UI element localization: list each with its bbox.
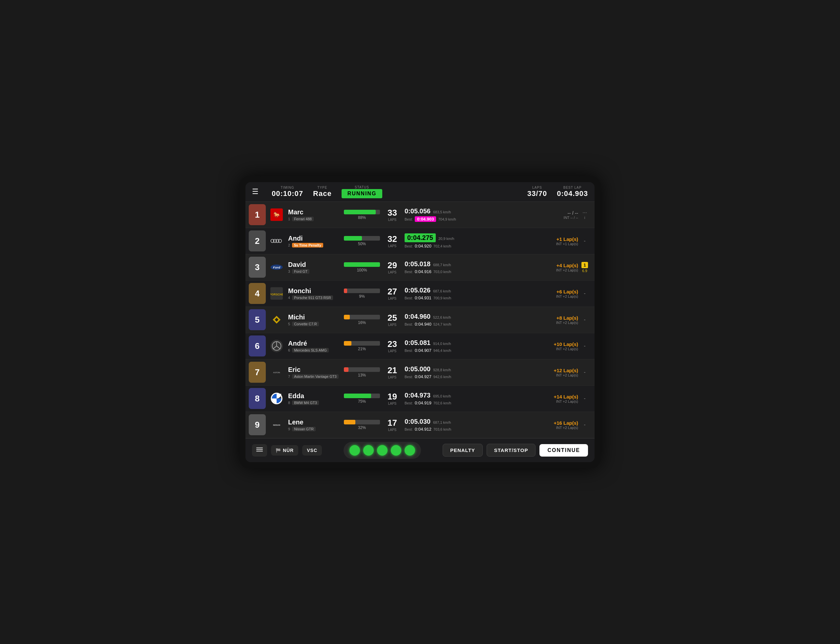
driver-info: Andi 2 5s Time Penalty xyxy=(288,235,341,248)
table-row[interactable]: 8 Edda 8 BMW M4 GT3 75% 19 LAPS 0:04.973… xyxy=(245,386,595,412)
car-logo: PORSCHE xyxy=(269,286,284,301)
table-row[interactable]: 4 PORSCHE Monchi 4 Porsche 911 GT3 RSR 9… xyxy=(245,281,595,307)
fuel-block: 16% xyxy=(344,315,380,325)
table-row[interactable]: 9 NISSAN Lene 9 Nissan GTR 32% 17 LAPS 0… xyxy=(245,412,595,438)
car-logo xyxy=(269,312,284,327)
laps-label: LAPS xyxy=(532,186,542,189)
penalty-button[interactable]: PENALTY xyxy=(443,444,483,457)
best-speed: 524,7 km/h xyxy=(433,322,451,326)
gap-block: +16 Lap(s) INT +2 Lap(s) xyxy=(535,420,578,430)
laps-block: 27 LAPS xyxy=(383,287,401,300)
gap-block: +6 Lap(s) INT +2 Lap(s) xyxy=(535,289,578,298)
fuel-block: 88% xyxy=(344,210,380,220)
gap-block: +12 Lap(s) INT +2 Lap(s) xyxy=(535,368,578,377)
car-logo: NISSAN xyxy=(269,417,284,432)
best-speed: 946,4 km/h xyxy=(433,348,451,353)
time-main: 0:05.000 928,8 km/h xyxy=(405,365,532,373)
time-best-row: Best: 0:04.907 946,4 km/h xyxy=(405,348,532,353)
best-lap-label: BEST LAP xyxy=(563,186,582,189)
time-block: 0:05.056 683,5 km/h Best: 0:04.903 704,9… xyxy=(401,207,535,222)
status-dot-3 xyxy=(377,445,387,456)
car-logo: 🐎 xyxy=(269,207,284,222)
fuel-bar-bg xyxy=(344,394,380,398)
car-logo: Ford xyxy=(269,260,284,275)
fuel-block: 50% xyxy=(344,236,380,246)
fuel-block: 9% xyxy=(344,289,380,299)
laps-label: LAPS xyxy=(383,297,401,300)
gap-value: +10 Lap(s) xyxy=(535,342,578,347)
fuel-percentage: 21% xyxy=(344,347,380,351)
svg-rect-25 xyxy=(256,451,263,452)
laps-block: 21 LAPS xyxy=(383,365,401,379)
time-speed: 695,0 km/h xyxy=(433,394,451,398)
extra-block: - xyxy=(578,396,591,401)
layers-button[interactable] xyxy=(252,444,267,457)
svg-text:NISSAN: NISSAN xyxy=(273,424,280,426)
fuel-bar-bg xyxy=(344,315,380,319)
status-dots xyxy=(343,442,421,459)
table-row[interactable]: 3 Ford David 3 Ford GT 100% 29 LAPS 0:05… xyxy=(245,255,595,281)
laps-block: 29 LAPS xyxy=(383,260,401,274)
table-row[interactable]: 6 André 6 Mercedes SLS AMG 21% 23 LAPS 0… xyxy=(245,333,595,360)
best-lap-value: 0:04.903 xyxy=(557,189,588,198)
fuel-bar xyxy=(344,289,347,293)
gap-value: +4 Lap(s) xyxy=(535,263,578,268)
gap-int: INT +1 Lap(s) xyxy=(535,242,578,246)
time-block: 0:05.018 688,7 km/h Best: 0:04.916 703,0… xyxy=(401,260,535,274)
time-main: 0:05.081 914,0 km/h xyxy=(405,339,532,347)
gap-block: +1 Lap(s) INT +1 Lap(s) xyxy=(535,237,578,246)
gap-value: +8 Lap(s) xyxy=(535,315,578,321)
fuel-block: 21% xyxy=(344,341,380,351)
driver-info: Monchi 4 Porsche 911 GT3 RSR xyxy=(288,287,341,300)
fuel-block: 75% xyxy=(344,394,380,404)
gap-block: +4 Lap(s) INT +2 Lap(s) xyxy=(535,263,578,272)
table-row[interactable]: 2 Andi 2 5s Time Penalty 50% 32 LAPS 0:0… xyxy=(245,228,595,255)
gap-block: +10 Lap(s) INT +2 Lap(s) xyxy=(535,342,578,351)
driver-number: 4 xyxy=(288,296,290,300)
status-dot-1 xyxy=(349,445,360,456)
time-main: 0:04.960 522,6 km/h xyxy=(405,313,532,320)
best-speed: 702,6 km/h xyxy=(433,401,451,405)
fuel-percentage: 13% xyxy=(344,373,380,378)
time-speed: 683,5 km/h xyxy=(433,210,451,214)
laps-label: LAPS xyxy=(383,376,401,379)
fuel-bar-bg xyxy=(344,236,380,241)
position-badge: 6 xyxy=(249,335,266,356)
continue-button[interactable]: CONTINUE xyxy=(540,444,588,457)
status-block: STATUS RUNNING xyxy=(341,186,382,198)
extra-block: - xyxy=(578,369,591,375)
gap-value: +6 Lap(s) xyxy=(535,289,578,294)
nur-button[interactable]: 🏁 NÜR xyxy=(271,445,298,456)
driver-info: Marc 1 Ferrari 488 xyxy=(288,209,341,221)
car-logo: ASTON xyxy=(269,365,284,380)
fuel-percentage: 16% xyxy=(344,320,380,325)
svg-rect-26 xyxy=(256,447,263,449)
driver-info: André 6 Mercedes SLS AMG xyxy=(288,340,341,353)
fuel-block: 32% xyxy=(344,420,380,430)
status-label: STATUS xyxy=(355,186,369,189)
table-row[interactable]: 5 Michi 5 Corvette C7.R 16% 25 LAPS 0:04… xyxy=(245,307,595,333)
time-main: 0:05.026 687,6 km/h xyxy=(405,287,532,294)
fuel-bar xyxy=(344,341,351,346)
driver-name: Monchi xyxy=(288,287,341,295)
vsc-button[interactable]: VSC xyxy=(302,445,322,456)
race-table: 1 🐎 Marc 1 Ferrari 488 88% 33 LAPS 0:05.… xyxy=(245,202,595,438)
table-row[interactable]: 7 ASTON Eric 7 Aston Martin Vantage GT3 … xyxy=(245,360,595,386)
time-block: 0:04.275 20,9 km/h Best: 0:04.920 702,4 … xyxy=(401,233,535,248)
nur-icon: 🏁 xyxy=(276,448,281,453)
driver-sub: 5 Corvette C7.R xyxy=(288,322,341,326)
time-speed: 687,1 km/h xyxy=(433,421,451,424)
best-speed: 703,6 km/h xyxy=(433,427,451,431)
laps-label: LAPS xyxy=(383,218,401,222)
menu-icon[interactable]: ☰ xyxy=(252,187,259,196)
driver-name: Marc xyxy=(288,209,341,216)
gap-int: INT +2 Lap(s) xyxy=(535,347,578,351)
svg-point-5 xyxy=(278,239,282,243)
driver-name: David xyxy=(288,261,341,268)
best-label: Best: xyxy=(405,348,413,353)
position-badge: 4 xyxy=(249,283,266,304)
table-row[interactable]: 1 🐎 Marc 1 Ferrari 488 88% 33 LAPS 0:05.… xyxy=(245,202,595,228)
startstop-button[interactable]: START/STOP xyxy=(487,444,536,457)
best-speed: 700,9 km/h xyxy=(433,296,451,300)
extra-block: - xyxy=(578,422,591,428)
